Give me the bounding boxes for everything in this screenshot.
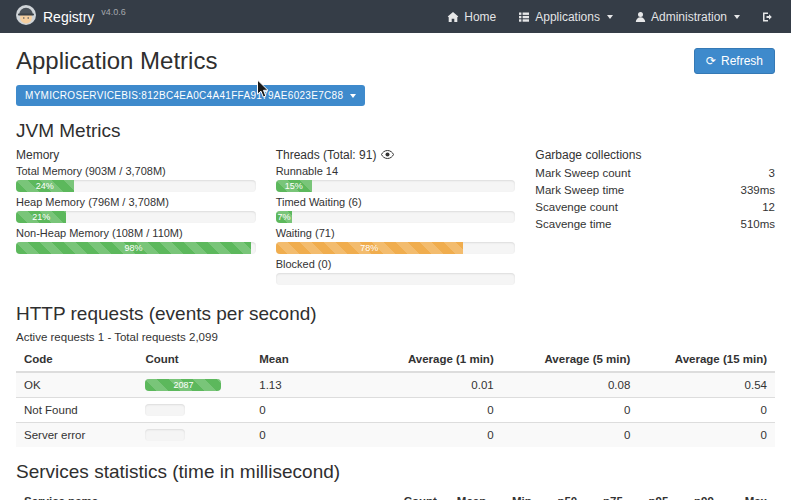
column-header: Max [722, 489, 775, 500]
memory-column: Memory Total Memory (903M / 3,708M) 24% … [16, 148, 256, 289]
avg1-cell: 0.01 [365, 372, 502, 398]
avg5-cell: 0 [502, 423, 639, 448]
jhipster-avatar-icon [16, 5, 36, 28]
http-requests-summary: Active requests 1 - Total requests 2,099 [16, 331, 775, 343]
progress-bar: 78% [276, 242, 463, 254]
nav-item-administration[interactable]: Administration [635, 10, 740, 24]
count-cell [137, 423, 251, 448]
table-header-row: Code Count Mean Average (1 min) Average … [16, 347, 775, 372]
metric-heap-memory: Heap Memory (796M / 3,708M) 21% [16, 196, 256, 223]
chevron-down-icon [607, 15, 613, 19]
column-header: Min [494, 489, 540, 500]
home-icon [447, 11, 459, 23]
progress-track [145, 404, 185, 416]
nav-label-applications: Applications [535, 10, 600, 24]
metric-total-memory: Total Memory (903M / 3,708M) 24% [16, 165, 256, 192]
avg5-cell: 0.08 [502, 372, 639, 398]
column-header: Average (15 min) [638, 347, 775, 372]
instance-selector-dropdown[interactable]: MYMICROSERVICEBIS:812BC4EA0C4A41FFA9179A… [16, 85, 365, 106]
refresh-button[interactable]: ⟳ Refresh [694, 48, 775, 74]
chevron-down-icon [350, 94, 356, 98]
metric-label: Heap Memory (796M / 3,708M) [16, 196, 256, 209]
metric-waiting: Waiting (71) 78% [276, 227, 516, 254]
progress-bar: 21% [16, 211, 66, 223]
nav-item-home[interactable]: Home [447, 10, 496, 24]
progress-bar: 24% [16, 180, 74, 192]
instance-selector-label: MYMICROSERVICEBIS:812BC4EA0C4A41FFA9179A… [25, 90, 343, 101]
gc-value: 339ms [740, 182, 775, 199]
nav-label-administration: Administration [651, 10, 727, 24]
metric-label: Waiting (71) [276, 227, 516, 240]
progress-track: 24% [16, 180, 256, 192]
services-statistics-table: Service name Count Mean Min p50 p75 p95 … [16, 489, 775, 500]
gc-row: Mark Sweep count 3 [535, 165, 775, 182]
count-cell [137, 398, 251, 423]
column-header: Service name [16, 489, 396, 500]
brand-name: Registry [43, 9, 94, 25]
metric-nonheap-memory: Non-Heap Memory (108M / 110M) 98% [16, 227, 256, 254]
nav-label-home: Home [464, 10, 496, 24]
eye-icon[interactable] [381, 148, 394, 162]
avg1-cell: 0 [365, 423, 502, 448]
gc-label: Scavenge time [535, 216, 611, 233]
logout-button[interactable] [762, 11, 775, 23]
threads-column: Threads (Total: 91) Runnable 14 15% Time… [276, 148, 516, 289]
avg15-cell: 0.54 [638, 372, 775, 398]
column-header: p99 [676, 489, 722, 500]
count-cell: 2087 [137, 372, 251, 398]
metric-runnable: Runnable 14 15% [276, 165, 516, 192]
jvm-metrics-heading: JVM Metrics [16, 120, 775, 142]
avg1-cell: 0 [365, 398, 502, 423]
column-header: Count [396, 489, 445, 500]
http-requests-heading: HTTP requests (events per second) [16, 303, 775, 325]
http-requests-table: Code Count Mean Average (1 min) Average … [16, 347, 775, 447]
column-header: Mean [445, 489, 494, 500]
column-header: Average (5 min) [502, 347, 639, 372]
progress-bar: 7% [276, 211, 293, 223]
avg15-cell: 0 [638, 423, 775, 448]
mean-cell: 1.13 [251, 372, 365, 398]
gc-value: 3 [769, 165, 775, 182]
gc-row: Mark Sweep time 339ms [535, 182, 775, 199]
mean-cell: 0 [251, 423, 365, 448]
column-header: Code [16, 347, 137, 372]
code-cell: Server error [16, 423, 137, 448]
progress-bar: 2087 [145, 379, 221, 391]
progress-bar: 98% [16, 242, 251, 254]
metric-label: Blocked (0) [276, 258, 516, 271]
sign-out-icon [762, 11, 775, 23]
code-cell: OK [16, 372, 137, 398]
main-content: Application Metrics ⟳ Refresh MYMICROSER… [0, 47, 791, 500]
threads-heading: Threads (Total: 91) [276, 148, 377, 162]
progress-track: 15% [276, 180, 516, 192]
gc-label: Mark Sweep count [535, 165, 630, 182]
brand-version: v4.0.6 [101, 7, 126, 17]
column-header: Count [137, 347, 251, 372]
column-header: p75 [585, 489, 631, 500]
gc-heading: Garbage collections [535, 148, 775, 162]
progress-track: 98% [16, 242, 256, 254]
table-row: Not Found 0 0 0 0 [16, 398, 775, 423]
gc-label: Mark Sweep time [535, 182, 624, 199]
nav-item-applications[interactable]: Applications [518, 10, 613, 24]
column-header: Average (1 min) [365, 347, 502, 372]
services-statistics-heading: Services statistics (time in millisecond… [16, 461, 775, 483]
progress-track [145, 429, 185, 441]
table-row: Server error 0 0 0 0 [16, 423, 775, 448]
metric-label: Timed Waiting (6) [276, 196, 516, 209]
brand-link[interactable]: Registry v4.0.6 [16, 5, 126, 28]
column-header: Mean [251, 347, 365, 372]
applications-icon [518, 11, 530, 23]
column-header: p95 [631, 489, 677, 500]
gc-column: Garbage collections Mark Sweep count 3 M… [535, 148, 775, 289]
metric-blocked: Blocked (0) [276, 258, 516, 285]
code-cell: Not Found [16, 398, 137, 423]
metric-timed-waiting: Timed Waiting (6) 7% [276, 196, 516, 223]
refresh-icon: ⟳ [706, 54, 716, 68]
metric-label: Total Memory (903M / 3,708M) [16, 165, 256, 178]
gc-row: Scavenge count 12 [535, 199, 775, 216]
column-header: p50 [540, 489, 586, 500]
mean-cell: 0 [251, 398, 365, 423]
gc-value: 12 [762, 199, 775, 216]
nav-menu: Home Applications Administration [447, 10, 775, 24]
